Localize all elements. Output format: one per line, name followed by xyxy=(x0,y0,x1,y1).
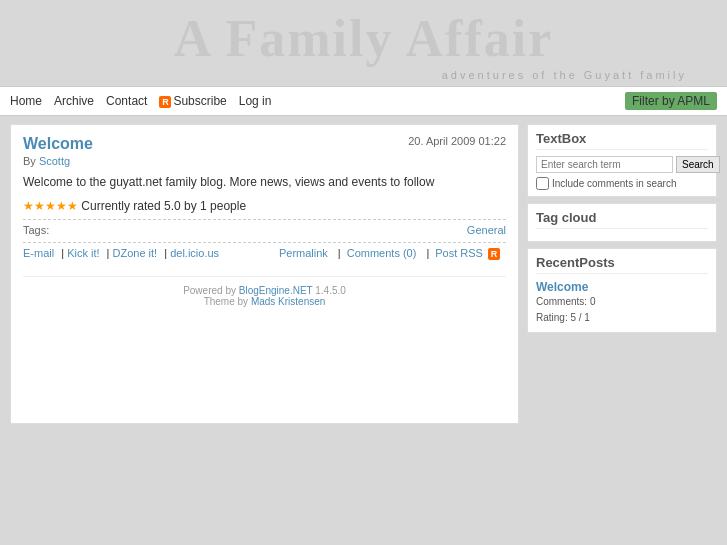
comments-search-row: Include comments in search xyxy=(536,177,708,190)
share-email[interactable]: E-mail xyxy=(23,247,54,259)
content-area: Welcome By Scottg 20. April 2009 01:22 W… xyxy=(10,124,519,424)
rss-icon: R xyxy=(159,96,171,108)
blogengine-link[interactable]: BlogEngine.NET xyxy=(239,285,313,296)
post-rss-link[interactable]: Post RSS R xyxy=(435,247,502,260)
post-date: 20. April 2009 01:22 xyxy=(408,135,506,147)
search-row: Search xyxy=(536,156,708,173)
share-kickit[interactable]: Kick it! xyxy=(67,247,99,259)
post-tags: Tags: General xyxy=(23,219,506,236)
navbar: Home Archive Contact RSubscribe Log in F… xyxy=(0,86,727,116)
post-author-link[interactable]: Scottg xyxy=(39,155,70,167)
search-input[interactable] xyxy=(536,156,673,173)
post-title: Welcome xyxy=(23,135,93,153)
post-header: Welcome By Scottg 20. April 2009 01:22 xyxy=(23,135,506,167)
include-comments-label: Include comments in search xyxy=(552,178,677,189)
filter-apml-button[interactable]: Filter by APML xyxy=(625,92,717,110)
theme-author-link[interactable]: Mads Kristensen xyxy=(251,296,325,307)
sidebar: TextBox Search Include comments in searc… xyxy=(527,124,717,424)
permalink[interactable]: Permalink xyxy=(279,247,328,260)
textbox-widget: TextBox Search Include comments in searc… xyxy=(527,124,717,197)
post-share-links: E-mail | Kick it! | DZone it! | del.icio… xyxy=(23,247,223,260)
recent-post-link[interactable]: Welcome xyxy=(536,280,588,294)
content-footer: Powered by BlogEngine.NET 1.4.5.0 Theme … xyxy=(23,276,506,307)
recent-post-meta: Comments: 0 Rating: 5 / 1 xyxy=(536,294,708,326)
recent-comments-count: Comments: 0 xyxy=(536,294,708,310)
nav-subscribe[interactable]: RSubscribe xyxy=(159,94,226,108)
textbox-widget-title: TextBox xyxy=(536,131,708,150)
share-dzone[interactable]: DZone it! xyxy=(113,247,158,259)
post-body: Welcome to the guyatt.net family blog. M… xyxy=(23,173,506,191)
tagcloud-widget: Tag cloud xyxy=(527,203,717,242)
nav-contact[interactable]: Contact xyxy=(106,94,147,108)
site-tagline: adventures of the Guyatt family xyxy=(0,69,727,81)
post-author: By Scottg xyxy=(23,155,93,167)
recentposts-widget: RecentPosts Welcome Comments: 0 Rating: … xyxy=(527,248,717,333)
site-title: A Family Affair xyxy=(0,10,727,67)
tags-label: Tags: xyxy=(23,224,49,236)
recent-rating: Rating: 5 / 1 xyxy=(536,310,708,326)
main-layout: Welcome By Scottg 20. April 2009 01:22 W… xyxy=(0,116,727,432)
post-tag-general[interactable]: General xyxy=(467,224,506,236)
share-delicious[interactable]: del.icio.us xyxy=(170,247,219,259)
rating-text: Currently rated 5.0 by 1 people xyxy=(81,199,246,213)
post-rating: ★★★★★ Currently rated 5.0 by 1 people xyxy=(23,199,506,213)
post-rss-icon: R xyxy=(488,248,500,260)
comments-link[interactable]: Comments (0) xyxy=(347,247,417,260)
blog-post: Welcome By Scottg 20. April 2009 01:22 W… xyxy=(23,135,506,260)
star-icons: ★★★★★ xyxy=(23,199,78,213)
tagcloud-widget-title: Tag cloud xyxy=(536,210,708,229)
nav-archive[interactable]: Archive xyxy=(54,94,94,108)
header: A Family Affair adventures of the Guyatt… xyxy=(0,0,727,86)
recentposts-widget-title: RecentPosts xyxy=(536,255,708,274)
post-links: E-mail | Kick it! | DZone it! | del.icio… xyxy=(23,242,506,260)
nav-login[interactable]: Log in xyxy=(239,94,272,108)
nav-home[interactable]: Home xyxy=(10,94,42,108)
include-comments-checkbox[interactable] xyxy=(536,177,549,190)
search-button[interactable]: Search xyxy=(676,156,720,173)
post-meta-links: Permalink | Comments (0) | Post RSS R xyxy=(279,247,506,260)
nav-links: Home Archive Contact RSubscribe Log in xyxy=(10,94,271,108)
